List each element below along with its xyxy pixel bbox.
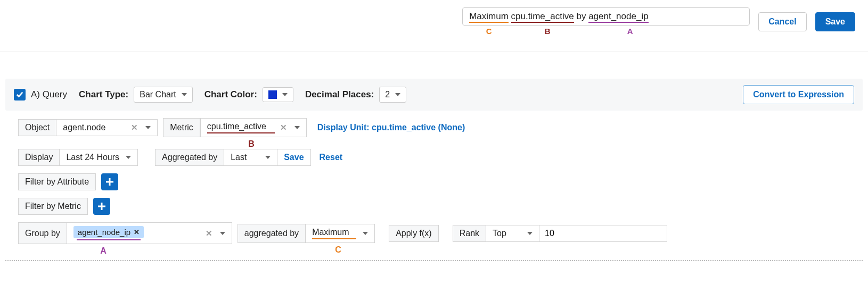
chevron-down-icon [527, 232, 533, 235]
metric-label: Metric [163, 118, 200, 137]
groupby-agg-value: Maximum [312, 228, 356, 237]
object-metric-row: Object agent.node ✕ Metric cpu.time_acti… [18, 118, 850, 137]
apply-fx-button[interactable]: Apply f(x) [389, 225, 439, 242]
title-part-maximum: Maximum [469, 11, 509, 23]
group-by-tag[interactable]: agent_node_ip ✕ [73, 226, 144, 238]
display-unit-link[interactable]: Display Unit: cpu.time_active (None) [317, 123, 465, 132]
remove-tag-icon[interactable]: ✕ [134, 228, 140, 236]
title-part-group: agent_node_ip [588, 11, 649, 23]
chart-color-label: Chart Color: [204, 89, 257, 100]
rank-label: Rank [453, 225, 486, 242]
chevron-down-icon [265, 156, 271, 159]
display-agg-row: Display Last 24 Hours Aggregated by Last… [18, 149, 850, 166]
query-header: A) Query Chart Type: Bar Chart Chart Col… [5, 79, 863, 111]
chevron-down-icon [282, 93, 288, 96]
rank-n-input[interactable] [539, 225, 667, 242]
annot-b-below: B [196, 139, 307, 149]
chevron-down-icon [395, 93, 400, 96]
top-bar: Maximum cpu.time_active by agent_node_ip… [0, 0, 868, 52]
chevron-down-icon [294, 126, 300, 129]
annot-c-below: C [301, 245, 375, 255]
annot-a-below: A [71, 246, 135, 256]
group-by-select[interactable]: agent_node_ip ✕ ✕ [67, 222, 232, 244]
decimal-places-value: 2 [385, 90, 390, 99]
check-icon [16, 91, 23, 98]
save-button[interactable]: Save [815, 12, 855, 31]
chevron-down-icon [363, 232, 368, 235]
chevron-down-icon [126, 156, 131, 159]
metric-select[interactable]: cpu.time_active ✕ [200, 118, 307, 137]
title-part-by: by [576, 11, 586, 21]
groupby-agg-label: aggregated by [238, 224, 306, 243]
plus-icon [97, 202, 107, 211]
annot-b: B [510, 27, 585, 36]
groupby-agg-select[interactable]: Maximum [306, 224, 375, 243]
save-agg-button[interactable]: Save [277, 149, 310, 166]
filter-by-attribute-label: Filter by Attribute [18, 173, 96, 190]
aggregated-by-select[interactable]: Last [224, 149, 277, 166]
add-attribute-filter-button[interactable] [101, 173, 118, 190]
chart-color-select[interactable] [263, 87, 293, 102]
title-annotations: C B A [462, 27, 670, 36]
chevron-down-icon [220, 232, 225, 235]
rank-select[interactable]: Top [486, 225, 539, 242]
cancel-button[interactable]: Cancel [758, 12, 806, 31]
aggregated-by-value: Last [231, 153, 247, 162]
object-value: agent.node [63, 123, 105, 132]
query-enabled-checkbox[interactable] [14, 89, 26, 101]
annot-c: C [468, 27, 510, 36]
chevron-down-icon [145, 126, 151, 129]
object-select[interactable]: agent.node ✕ [56, 119, 158, 136]
chart-type-label: Chart Type: [79, 89, 128, 100]
color-swatch [268, 90, 277, 99]
convert-to-expression-button[interactable]: Convert to Expression [743, 85, 854, 104]
underline-maroon [207, 132, 275, 133]
decimal-places-label: Decimal Places: [305, 89, 374, 100]
title-input[interactable]: Maximum cpu.time_active by agent_node_ip [462, 7, 750, 26]
clear-metric-icon[interactable]: ✕ [279, 123, 288, 132]
group-by-label: Group by [18, 222, 67, 244]
chart-type-value: Bar Chart [140, 90, 176, 99]
display-range-value: Last 24 Hours [66, 153, 119, 162]
display-label: Display [18, 149, 60, 166]
query-builder: Object agent.node ✕ Metric cpu.time_acti… [0, 111, 868, 255]
query-label: A) Query [31, 89, 67, 100]
filter-metric-row: Filter by Metric [18, 198, 850, 215]
title-part-metric: cpu.time_active [511, 11, 574, 23]
chart-type-select[interactable]: Bar Chart [134, 87, 192, 103]
reset-button[interactable]: Reset [320, 153, 343, 162]
underline-orange [312, 238, 356, 239]
clear-groupby-icon[interactable]: ✕ [204, 229, 214, 238]
rank-value: Top [493, 229, 506, 238]
chevron-down-icon [182, 93, 187, 96]
annot-a: A [590, 27, 670, 36]
aggregated-by-label: Aggregated by [155, 149, 224, 166]
filter-attribute-row: Filter by Attribute [18, 173, 850, 190]
section-divider [5, 260, 863, 261]
object-label: Object [18, 119, 56, 136]
clear-object-icon[interactable]: ✕ [130, 123, 139, 132]
display-range-select[interactable]: Last 24 Hours [60, 149, 138, 166]
decimal-places-select[interactable]: 2 [379, 87, 406, 103]
add-metric-filter-button[interactable] [93, 198, 110, 215]
metric-value: cpu.time_active [207, 122, 275, 131]
plus-icon [105, 177, 114, 187]
filter-by-metric-label: Filter by Metric [18, 198, 88, 215]
group-by-tag-text: agent_node_ip [78, 228, 130, 237]
underline-purple [77, 239, 141, 240]
group-by-row: Group by agent_node_ip ✕ ✕ A [18, 222, 850, 244]
